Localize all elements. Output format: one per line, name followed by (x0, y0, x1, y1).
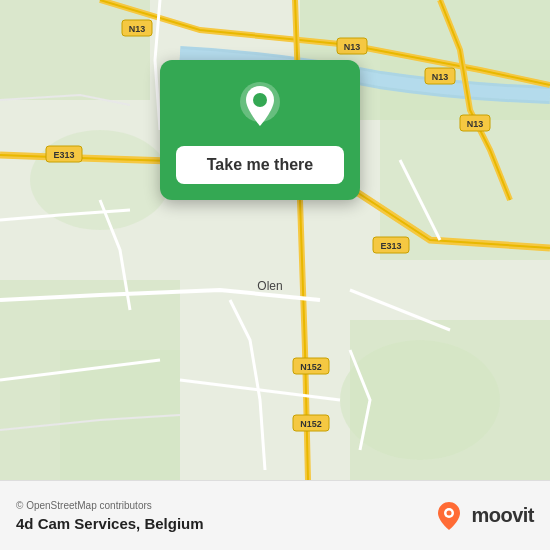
moovit-logo: moovit (433, 500, 534, 532)
moovit-brand-text: moovit (471, 504, 534, 527)
location-name: 4d Cam Services, Belgium (16, 515, 204, 532)
svg-rect-1 (0, 0, 150, 100)
location-pin-icon (234, 80, 286, 132)
location-card: Take me there (160, 60, 360, 200)
svg-point-29 (253, 93, 267, 107)
moovit-pin-icon (433, 500, 465, 532)
svg-text:N152: N152 (300, 362, 322, 372)
svg-point-31 (447, 510, 452, 515)
map-container: N13 N13 N13 N13 N152 N152 N152 E313 E313… (0, 0, 550, 480)
take-me-there-button[interactable]: Take me there (176, 146, 344, 184)
svg-text:N152: N152 (300, 419, 322, 429)
svg-text:Olen: Olen (257, 279, 282, 293)
svg-text:N13: N13 (432, 72, 449, 82)
svg-text:N13: N13 (129, 24, 146, 34)
svg-text:E313: E313 (380, 241, 401, 251)
svg-text:E313: E313 (53, 150, 74, 160)
bottom-bar: © OpenStreetMap contributors 4d Cam Serv… (0, 480, 550, 550)
svg-text:N13: N13 (467, 119, 484, 129)
osm-attribution: © OpenStreetMap contributors (16, 500, 204, 511)
location-info: © OpenStreetMap contributors 4d Cam Serv… (16, 500, 204, 532)
svg-point-7 (340, 340, 500, 460)
svg-text:N13: N13 (344, 42, 361, 52)
